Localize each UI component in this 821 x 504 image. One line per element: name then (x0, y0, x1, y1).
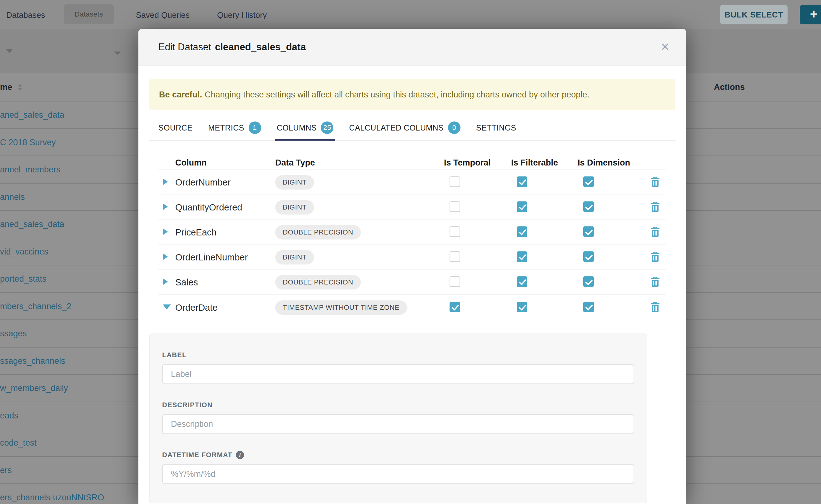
label-input[interactable] (162, 364, 634, 384)
is-temporal-checkbox[interactable] (450, 226, 460, 237)
is-temporal-checkbox[interactable] (450, 201, 460, 212)
dataset-link[interactable]: mbers_channels_2 (0, 293, 71, 320)
is-filterable-checkbox[interactable] (517, 276, 527, 287)
nav-item-datasets[interactable]: Datasets (64, 4, 114, 24)
tab-columns[interactable]: COLUMNS 25 (277, 121, 334, 134)
is-filterable-checkbox[interactable] (517, 302, 527, 312)
delete-icon[interactable] (650, 251, 660, 262)
warning-banner: Be careful.Changing these settings will … (149, 79, 675, 110)
modal-title-dataset-name: cleaned_sales_data (215, 42, 306, 52)
nav-item-query-history[interactable]: Query History (217, 10, 267, 20)
actions-column-header: Actions (714, 73, 745, 101)
delete-icon[interactable] (650, 201, 660, 212)
is-temporal-checkbox[interactable] (450, 176, 460, 187)
close-icon[interactable]: ✕ (660, 29, 670, 66)
tab-label: SOURCE (158, 123, 192, 132)
tab-calculated-columns[interactable]: CALCULATED COLUMNS 0 (349, 121, 461, 134)
data-type-pill: DOUBLE PRECISION (275, 275, 361, 289)
tab-count-badge: 1 (249, 121, 261, 134)
is-dimension-checkbox[interactable] (583, 201, 594, 212)
tab-source[interactable]: SOURCE (158, 121, 192, 134)
delete-icon[interactable] (650, 302, 660, 312)
expand-caret-icon[interactable] (163, 253, 168, 260)
delete-icon[interactable] (650, 176, 660, 187)
data-type-pill: BIGINT (275, 200, 314, 215)
data-type-pill: BIGINT (275, 175, 314, 190)
top-navigation: Databases Datasets Saved Queries Query H… (0, 0, 821, 29)
column-name: PriceEach (175, 227, 275, 238)
bulk-select-button[interactable]: BULK SELECT (720, 5, 788, 24)
data-type-pill: TIMESTAMP WITHOUT TIME ZONE (275, 300, 407, 315)
datetime-format-input[interactable] (162, 464, 634, 484)
chevron-down-icon[interactable] (114, 52, 121, 55)
edit-dataset-modal: Edit Datasetcleaned_sales_data ✕ Be care… (138, 29, 686, 504)
column-name: QuantityOrdered (175, 202, 275, 213)
column-row: PriceEach DOUBLE PRECISION (158, 220, 666, 245)
column-row: OrderNumber BIGINT (158, 170, 666, 195)
dataset-link[interactable]: aned_sales_data (0, 101, 64, 128)
data-type-pill: DOUBLE PRECISION (275, 225, 361, 240)
is-dimension-checkbox[interactable] (583, 176, 594, 187)
is-temporal-checkbox[interactable] (450, 276, 460, 287)
is-dimension-checkbox[interactable] (583, 302, 594, 312)
is-dimension-checkbox[interactable] (583, 251, 594, 262)
dataset-link[interactable]: vid_vaccines (0, 238, 48, 265)
expand-caret-icon[interactable] (163, 178, 168, 185)
is-filterable-checkbox[interactable] (517, 226, 527, 237)
header-is-filterable: Is Filterable (511, 158, 578, 168)
name-column-header[interactable]: me (0, 73, 12, 101)
dataset-link[interactable]: eads (0, 402, 18, 429)
description-input[interactable] (162, 414, 634, 434)
is-filterable-checkbox[interactable] (517, 201, 527, 212)
expand-caret-icon[interactable] (163, 228, 168, 235)
dataset-link[interactable]: w_members_daily (0, 375, 68, 402)
tab-label: CALCULATED COLUMNS (349, 123, 444, 132)
delete-icon[interactable] (650, 226, 660, 237)
dataset-link[interactable]: ssages_channels (0, 348, 65, 374)
info-icon[interactable]: i (236, 451, 244, 459)
dataset-link[interactable]: ssages (0, 320, 27, 347)
sort-icon[interactable] (18, 84, 22, 90)
data-type-pill: BIGINT (275, 250, 314, 264)
dataset-link[interactable]: ers (0, 457, 12, 484)
modal-title: Edit Dataset (158, 42, 211, 52)
collapse-caret-icon[interactable] (163, 304, 171, 309)
columns-table-header: Column Data Type Is Temporal Is Filterab… (158, 156, 666, 170)
expand-caret-icon[interactable] (163, 203, 168, 210)
warning-banner-title: Be careful. (159, 90, 202, 99)
tab-label: METRICS (208, 123, 244, 132)
is-temporal-checkbox[interactable] (450, 251, 460, 262)
is-filterable-checkbox[interactable] (517, 176, 527, 187)
column-row: Sales DOUBLE PRECISION (158, 270, 666, 295)
is-dimension-checkbox[interactable] (583, 226, 594, 237)
add-dataset-button[interactable]: + (800, 5, 821, 24)
column-name: OrderDate (175, 303, 275, 313)
is-temporal-checkbox[interactable] (450, 302, 460, 312)
is-dimension-checkbox[interactable] (583, 276, 594, 287)
column-name: OrderLineNumber (175, 252, 275, 263)
page: Databases Datasets Saved Queries Query H… (0, 0, 821, 504)
dataset-link[interactable]: ported_stats (0, 265, 47, 292)
column-row: QuantityOrdered BIGINT (158, 195, 666, 220)
chevron-down-icon[interactable] (6, 49, 12, 53)
header-column: Column (175, 158, 275, 168)
dataset-link[interactable]: ers_channels-uzooNNtSRO (0, 484, 104, 504)
expand-caret-icon[interactable] (163, 278, 168, 285)
tab-count-badge: 0 (448, 121, 461, 134)
tab-settings[interactable]: SETTINGS (476, 121, 516, 134)
description-field: DESCRIPTION (162, 401, 634, 434)
dataset-link[interactable]: annel_members (0, 156, 61, 183)
column-name: OrderNumber (175, 177, 275, 188)
label-field: LABEL (162, 351, 634, 384)
header-is-dimension: Is Dimension (578, 158, 644, 168)
tab-metrics[interactable]: METRICS 1 (208, 121, 261, 134)
dataset-link[interactable]: code_test (0, 429, 37, 456)
nav-item-databases[interactable]: Databases (6, 10, 45, 20)
delete-icon[interactable] (650, 276, 660, 287)
label-field-label: LABEL (162, 351, 634, 359)
dataset-link[interactable]: annels (0, 184, 25, 210)
dataset-link[interactable]: C 2018 Survey (0, 129, 56, 156)
is-filterable-checkbox[interactable] (517, 251, 527, 262)
dataset-link[interactable]: aned_sales_data (0, 211, 64, 238)
nav-item-saved-queries[interactable]: Saved Queries (136, 10, 190, 20)
